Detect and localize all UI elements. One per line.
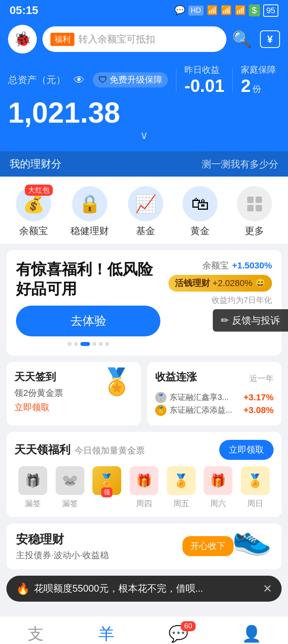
gains-card[interactable]: 收益连涨 近一年 🥈 东证融汇鑫享3... +3.17% 🥇 东证融汇添添益..… [147, 362, 282, 425]
status-time: 05:15 [10, 4, 38, 17]
search-icon[interactable]: 🔍 [232, 30, 252, 49]
rate1-value: +1.5030% [232, 260, 272, 271]
welfare-day-3[interactable]: 🏅 领 [92, 466, 121, 498]
welfare-claim-button[interactable]: 立即领取 [219, 440, 274, 460]
assets-title: 总资产（元） [8, 74, 66, 86]
header-icons: 🔍 ¥ [232, 30, 280, 49]
yesterday-label: 昨日收益 [184, 64, 220, 76]
nav-yuebao[interactable]: 💰 大红包 余额宝 [16, 186, 51, 237]
family-unit: 份 [252, 83, 261, 95]
upgrade-badge[interactable]: 🛡 免费升级保障 [93, 72, 168, 87]
rate1-label: 余额宝 [202, 260, 229, 272]
rate2-emoji: 😄 [255, 278, 266, 288]
wifi-icon: 📶 [207, 5, 218, 16]
promo-section: 有惊喜福利！低风险好品可用 去体验 余额宝 +1.5030% 活钱理财 [0, 250, 288, 356]
fund-icon-bg: 📈 [128, 186, 163, 221]
gain-name2: 东证融汇添添益... [170, 405, 240, 415]
family-label: 家庭保障 [241, 64, 276, 76]
signal-icon: 📶 [221, 5, 232, 16]
day1-label: 漏签 [25, 498, 41, 509]
home-icon: 支 [28, 623, 44, 644]
welfare-day-4: 🎁 周四 [130, 466, 158, 509]
gold-icon: 🛍 [191, 194, 209, 214]
dot2 [74, 342, 78, 346]
gain-value1: +3.17% [244, 392, 274, 403]
tab-finance[interactable]: 羊 理财 [98, 623, 115, 644]
gain-icon1: 🥈 [155, 392, 166, 403]
gain-value2: +3.08% [244, 405, 274, 415]
dot6 [105, 342, 109, 346]
day5-icon: 🏅 [167, 466, 196, 495]
day2-icon: 🐭 [56, 466, 84, 495]
tab-home[interactable]: 支 首页 [27, 623, 44, 644]
nav-more[interactable]: 更多 [237, 186, 272, 237]
gain-row1: 🥈 东证融汇鑫享3... +3.17% [155, 392, 274, 403]
app-logo[interactable]: 🐞 [8, 25, 37, 54]
fund-label: 基金 [136, 225, 155, 237]
feedback-label: 反馈与投诉 [232, 314, 280, 327]
nav-stable[interactable]: 🔒 稳健理财 [70, 186, 109, 237]
gold-bars-icon: 🏅 [101, 367, 133, 397]
day3-icon: 🏅 领 [92, 466, 121, 495]
stable-left: 安稳理财 主投债券·波动小·收益稳 [16, 531, 109, 561]
more-icon-bg [237, 186, 272, 221]
status-bar: 05:15 💬 HD 📶 📶 📶 $ 95 [0, 0, 288, 21]
toast-text: 花呗额度55000元，根本花不完，借呗... [34, 582, 263, 595]
score-action[interactable]: 测一测我有多少分 [202, 158, 278, 171]
welfare-day-7: 🏅 周日 [241, 466, 270, 509]
day7-icon: 🏅 [241, 466, 270, 495]
dollar-icon: $ [249, 4, 260, 16]
status-icons: 💬 HD 📶 📶 📶 $ 95 [174, 4, 279, 17]
rate-sub: 收益均为7日年化 [212, 295, 272, 306]
profile-icon: 👤 [242, 624, 262, 643]
rate2-badge: 活钱理财 +2.0280% 😄 [168, 275, 272, 292]
tab-profile[interactable]: 👤 我的 [242, 624, 262, 644]
yuebao-label: 余额宝 [19, 225, 48, 237]
wechat-icon: 💬 [174, 5, 185, 16]
day6-icon: 🎁 [204, 466, 232, 495]
day4-icon: 🎁 [130, 466, 158, 495]
upgrade-label: 免费升级保障 [110, 74, 162, 86]
fund-icon: 📈 [135, 193, 157, 214]
stable-icon-bg: 🔒 [72, 186, 107, 221]
stable-card[interactable]: 安稳理财 主投债券·波动小·收益稳 开心收下 👟 [6, 523, 282, 569]
divider [176, 68, 176, 92]
assets-header: 总资产（元） 👁 🛡 免费升级保障 昨日收益 -0.01 家庭保障 2 份 [8, 64, 280, 96]
battery: 95 [263, 4, 278, 17]
score-bar[interactable]: 我的理财分 测一测我有多少分 [0, 151, 288, 177]
gain-row2: 🥇 东证融汇添添益... +3.08% [155, 405, 274, 416]
welfare-day-1: 🎁 漏签 [18, 466, 47, 509]
stable-label: 稳健理财 [70, 225, 109, 237]
promo-left: 有惊喜福利！低风险好品可用 去体验 [16, 260, 160, 346]
search-bar[interactable]: 福利 转入余额宝可抵扣 [42, 26, 226, 52]
nav-fund[interactable]: 📈 基金 [128, 186, 163, 237]
welfare-day-6: 🎁 周六 [204, 466, 232, 509]
spacer [0, 608, 288, 616]
search-placeholder: 转入余额宝可抵扣 [78, 33, 155, 46]
yuebao-icon: 💰 [23, 193, 45, 214]
chevron-down-icon[interactable]: ∨ [8, 129, 280, 142]
gains-period: 近一年 [250, 373, 274, 384]
checkin-link[interactable]: 立即领取 [14, 402, 63, 413]
divider2 [232, 68, 233, 92]
feedback-button[interactable]: ✏ 反馈与投诉 [213, 309, 288, 332]
day7-label: 周日 [247, 498, 263, 509]
tab-messages[interactable]: 💬 60 消息 [168, 624, 188, 644]
signal-icon2: 📶 [235, 5, 246, 16]
nav-gold[interactable]: 🛍 黄金 [182, 186, 218, 237]
experience-button[interactable]: 去体验 [16, 306, 160, 336]
dot4 [92, 342, 96, 346]
yuan-icon-box[interactable]: ¥ [260, 30, 280, 48]
more-icon [243, 193, 266, 215]
promo-title: 有惊喜福利！低风险好品可用 [16, 260, 160, 299]
day4-label: 周四 [136, 498, 152, 509]
stable-icon: 🔒 [79, 193, 101, 214]
carousel-dots [16, 342, 160, 346]
checkin-card[interactable]: 天天签到 领2份黄金票 立即领取 🏅 [6, 362, 141, 425]
toast-close-button[interactable]: ✕ [263, 582, 272, 595]
fire-icon: 🔥 [16, 582, 30, 595]
main-value: 1,021.38 [8, 98, 120, 127]
stable-open-button[interactable]: 开心收下 [182, 536, 234, 556]
day3-claim: 领 [101, 487, 112, 497]
eye-icon[interactable]: 👁 [74, 74, 85, 87]
